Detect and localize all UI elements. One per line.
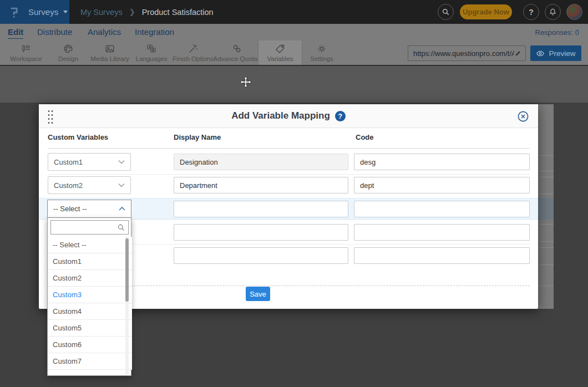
toolbar-item-settings[interactable]: Settings xyxy=(300,40,344,65)
preview-button[interactable]: Preview xyxy=(530,45,581,61)
tab-edit[interactable]: Edit xyxy=(8,27,23,39)
toolbar-item-label: Finish Options xyxy=(173,55,214,62)
responses-count: Responses: 0 xyxy=(535,28,580,37)
tab-analytics[interactable]: Analytics xyxy=(88,27,121,37)
column-header-custom-variables: Custom Variables xyxy=(48,133,108,141)
design-icon xyxy=(63,43,74,54)
dropdown-option[interactable]: -- Select -- xyxy=(48,237,132,253)
column-header-code: Code xyxy=(356,133,374,141)
upgrade-now-button[interactable]: Upgrade Now xyxy=(460,4,512,19)
display-name-input-row2[interactable] xyxy=(174,177,348,194)
modal-help-icon[interactable]: ? xyxy=(335,111,346,121)
dropdown-option[interactable]: Custom6 xyxy=(48,337,132,353)
display-name-input-row1[interactable] xyxy=(174,154,348,170)
chevron-down-icon xyxy=(118,183,125,187)
code-input-row4[interactable] xyxy=(354,224,530,241)
finish-options-icon xyxy=(187,43,199,54)
notifications-button[interactable] xyxy=(545,4,561,20)
edit-url-icon[interactable] xyxy=(514,49,522,57)
languages-icon xyxy=(146,43,157,54)
mouse-cursor xyxy=(240,76,252,88)
variables-icon xyxy=(275,43,286,54)
search-icon xyxy=(117,223,125,232)
survey-tabs: Edit Distribute Analytics Integration Re… xyxy=(0,24,588,40)
toolbar-item-label: Design xyxy=(58,55,78,62)
bell-icon xyxy=(549,8,557,16)
top-navbar: Surveys My Surveys ❯ Product Satisfactio… xyxy=(0,0,588,24)
column-header-rule xyxy=(48,148,530,149)
dropdown-search-input[interactable] xyxy=(54,223,117,231)
variable-select-value: -- Select -- xyxy=(53,205,87,213)
tab-distribute[interactable]: Distribute xyxy=(37,27,72,37)
modal-title: Add Variable Mapping xyxy=(231,110,330,121)
tab-integration[interactable]: Integration xyxy=(135,27,174,37)
chevron-down-icon xyxy=(118,160,125,164)
modal-header: Add Variable Mapping ? xyxy=(39,104,538,128)
media-library-icon xyxy=(104,43,115,54)
user-avatar[interactable] xyxy=(566,4,582,20)
toolbar-item-label: Workspace xyxy=(10,55,42,62)
drag-handle-icon[interactable] xyxy=(47,109,53,124)
dropdown-option[interactable]: Custom2 xyxy=(48,270,132,287)
search-icon xyxy=(442,8,450,16)
toolbar-item-workspace[interactable]: Workspace xyxy=(4,40,48,65)
display-name-input-row4[interactable] xyxy=(174,224,348,241)
variable-select-row2[interactable]: Custom2 xyxy=(48,176,131,194)
preview-label: Preview xyxy=(549,49,575,58)
toolbar-item-advance-quotas[interactable]: Advance Quotas xyxy=(215,40,259,65)
save-button[interactable]: Save xyxy=(246,287,270,301)
survey-url-input[interactable] xyxy=(413,49,514,58)
dropdown-option[interactable]: Custom7 xyxy=(48,353,132,370)
product-menu-label: Surveys xyxy=(28,7,58,17)
variable-dropdown-panel: -- Select -- Custom1 Custom2 Custom3 Cus… xyxy=(47,218,131,376)
product-menu[interactable]: Surveys xyxy=(0,0,69,24)
breadcrumb-parent-link[interactable]: My Surveys xyxy=(80,8,123,17)
settings-icon xyxy=(316,43,327,54)
page-heading-strip: System Variable Mapping ? + Bulk Add + A… xyxy=(0,66,588,103)
advance-quotas-icon xyxy=(231,43,242,54)
help-button[interactable]: ? xyxy=(523,4,539,20)
display-name-input-row5[interactable] xyxy=(174,247,348,264)
chevron-up-icon xyxy=(119,206,125,211)
search-button[interactable] xyxy=(438,4,454,20)
row-divider xyxy=(48,174,530,175)
toolbar-item-label: Languages xyxy=(136,55,168,62)
dropdown-scrollbar[interactable] xyxy=(125,237,129,375)
workspace-icon xyxy=(21,43,32,54)
modal-close-button[interactable] xyxy=(518,111,529,122)
toolbar-item-label: Variables xyxy=(267,55,293,62)
dropdown-option[interactable]: Custom1 xyxy=(48,253,132,270)
dropdown-scrollbar-thumb[interactable] xyxy=(125,238,129,302)
variable-select-row1[interactable]: Custom1 xyxy=(48,153,131,171)
column-header-display-name: Display Name xyxy=(174,133,221,141)
code-input-row3[interactable] xyxy=(354,201,530,217)
toolbar-item-design[interactable]: Design xyxy=(46,40,90,65)
code-input-row1[interactable] xyxy=(354,154,530,170)
dropdown-option-highlighted[interactable]: Custom3 xyxy=(48,287,132,303)
toolbar-item-media-library[interactable]: Media Library xyxy=(88,40,132,65)
toolbar-item-languages[interactable]: Languages xyxy=(129,40,174,65)
toolbar-item-label: Advance Quotas xyxy=(213,55,260,62)
breadcrumb-current: Product Satisfaction xyxy=(142,8,214,17)
toolbar-item-variables[interactable]: Variables xyxy=(258,40,302,65)
display-name-input-row3[interactable] xyxy=(174,201,348,217)
dropdown-option[interactable]: Custom5 xyxy=(48,320,132,337)
breadcrumb: My Surveys ❯ Product Satisfaction xyxy=(69,0,214,24)
close-icon xyxy=(518,111,529,122)
edit-toolbar: Workspace Design Media Library Languages xyxy=(0,40,588,66)
dropdown-option[interactable]: Custom4 xyxy=(48,303,132,320)
help-icon: ? xyxy=(529,8,534,17)
toolbar-item-label: Media Library xyxy=(90,55,129,62)
code-input-row5[interactable] xyxy=(354,247,530,264)
chevron-down-icon xyxy=(63,11,68,13)
toolbar-item-finish-options[interactable]: Finish Options xyxy=(171,40,215,65)
toolbar-item-label: Settings xyxy=(310,55,333,62)
app-window: Surveys My Surveys ❯ Product Satisfactio… xyxy=(0,0,588,387)
dropdown-option-list: -- Select -- Custom1 Custom2 Custom3 Cus… xyxy=(48,237,132,376)
breadcrumb-separator-icon: ❯ xyxy=(129,8,135,16)
code-input-row2[interactable] xyxy=(354,177,530,194)
dimmed-page-content xyxy=(538,104,554,309)
variable-select-value: Custom1 xyxy=(54,158,83,166)
variable-select-row3-open[interactable]: -- Select -- xyxy=(47,200,131,218)
dropdown-search-field xyxy=(50,220,129,235)
